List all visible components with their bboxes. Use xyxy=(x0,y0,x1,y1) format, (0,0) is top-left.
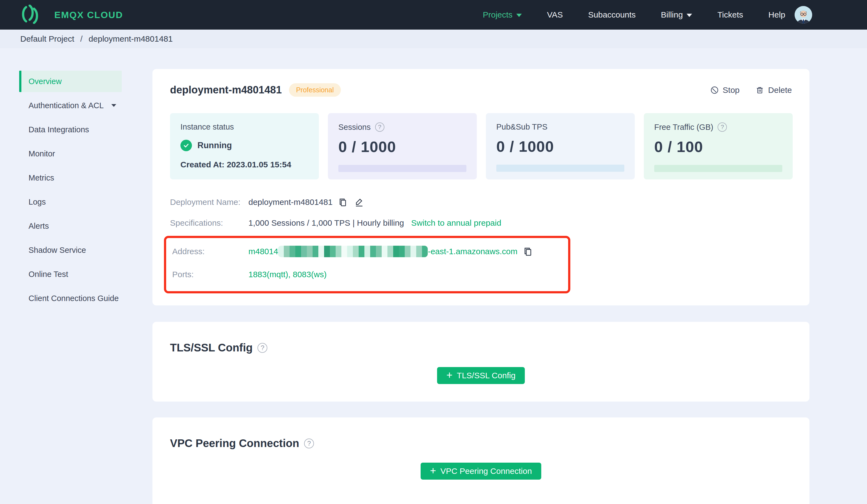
specifications-value: 1,000 Sessions / 1,000 TPS | Hourly bill… xyxy=(248,218,404,228)
nav-item-subaccounts[interactable]: Subaccounts xyxy=(588,10,635,20)
copy-icon[interactable] xyxy=(338,197,348,207)
breadcrumb-deployment: deployment-m4801481 xyxy=(88,34,173,44)
sidebar-item-overview[interactable]: Overview xyxy=(19,71,122,92)
sessions-card: Sessions ? 0 / 1000 xyxy=(328,113,477,179)
copy-icon[interactable] xyxy=(522,246,533,257)
address-prefix: m48014 xyxy=(248,247,278,256)
ports-label: Ports: xyxy=(172,270,248,279)
chevron-down-icon xyxy=(111,104,116,107)
plus-icon: + xyxy=(446,370,452,380)
pubsub-tps-label: Pub&Sub TPS xyxy=(496,122,547,131)
pubsub-tps-value: 0 / 1000 xyxy=(496,138,624,155)
chevron-down-icon xyxy=(516,14,522,17)
address-suffix: -east-1.amazonaws.com xyxy=(428,247,517,256)
trash-icon xyxy=(756,86,764,95)
sidebar-item-shadow-service[interactable]: Shadow Service xyxy=(19,239,122,261)
help-icon[interactable]: ? xyxy=(718,122,727,132)
nav-item-vas[interactable]: VAS xyxy=(547,10,563,20)
pubsub-tps-card: Pub&Sub TPS 0 / 1000 xyxy=(486,113,635,179)
sidebar-item-online-test[interactable]: Online Test xyxy=(19,263,122,285)
sessions-progress-bar xyxy=(338,165,467,172)
tls-ssl-config-title: TLS/SSL Config xyxy=(170,342,253,354)
nav-item-tickets[interactable]: Tickets xyxy=(717,10,743,20)
specifications-row: Specifications: 1,000 Sessions / 1,000 T… xyxy=(170,218,792,228)
brand[interactable]: EMQX CLOUD xyxy=(20,5,123,25)
vpc-peering-title: VPC Peering Connection xyxy=(170,437,299,449)
top-nav: EMQX CLOUD Projects VAS Subaccounts Bill… xyxy=(0,0,867,30)
status-badge: Running xyxy=(197,141,232,150)
sidebar-item-monitor[interactable]: Monitor xyxy=(19,143,122,164)
sidebar-item-data-integrations[interactable]: Data Integrations xyxy=(19,119,122,140)
sessions-value: 0 / 1000 xyxy=(338,138,467,156)
ports-value: 1883(mqtt), 8083(ws) xyxy=(248,270,327,279)
user-avatar[interactable] xyxy=(795,6,812,24)
free-traffic-card: Free Traffic (GB) ? 0 / 100 xyxy=(644,113,793,179)
ports-row: Ports: 1883(mqtt), 8083(ws) xyxy=(172,270,561,279)
nav-item-billing[interactable]: Billing xyxy=(661,10,692,20)
address-annotation-box: Address: m48014 -east-1.amazonaws.com xyxy=(164,236,570,293)
add-vpc-peering-button[interactable]: + VPC Peering Connection xyxy=(421,463,541,480)
deployment-title: deployment-m4801481 xyxy=(170,84,282,96)
stop-button[interactable]: Stop xyxy=(710,86,740,95)
main-content: deployment-m4801481 Professional Stop xyxy=(152,48,810,504)
brand-name: EMQX CLOUD xyxy=(54,10,123,20)
help-icon[interactable]: ? xyxy=(304,439,314,448)
plan-badge: Professional xyxy=(289,83,341,97)
address-row: Address: m48014 -east-1.amazonaws.com xyxy=(172,246,561,257)
deployment-name-value: deployment-m4801481 xyxy=(248,197,333,207)
sidebar: Overview Authentication & ACL Data Integ… xyxy=(0,48,152,504)
sidebar-item-client-connections-guide[interactable]: Client Connections Guide xyxy=(19,288,122,309)
breadcrumb-project[interactable]: Default Project xyxy=(20,34,74,44)
sidebar-item-logs[interactable]: Logs xyxy=(19,191,122,212)
nav-item-help[interactable]: Help xyxy=(768,10,785,20)
chevron-down-icon xyxy=(687,14,692,17)
delete-button[interactable]: Delete xyxy=(756,86,792,95)
plus-icon: + xyxy=(430,465,436,476)
check-circle-icon xyxy=(180,140,192,151)
free-traffic-value: 0 / 100 xyxy=(654,138,782,156)
add-tls-ssl-config-button[interactable]: + TLS/SSL Config xyxy=(437,367,525,384)
stop-icon xyxy=(710,86,719,95)
sidebar-item-alerts[interactable]: Alerts xyxy=(19,215,122,237)
address-label: Address: xyxy=(172,247,248,256)
switch-annual-prepaid-link[interactable]: Switch to annual prepaid xyxy=(411,218,502,228)
deployment-overview-card: deployment-m4801481 Professional Stop xyxy=(152,69,810,305)
stats-row: Instance status Running Created At: 2023… xyxy=(170,113,792,179)
nav-menu: Projects VAS Subaccounts Billing Tickets… xyxy=(483,10,785,20)
nav-item-projects[interactable]: Projects xyxy=(483,10,522,20)
address-redacted-blur xyxy=(278,246,428,257)
vpc-peering-card: VPC Peering Connection ? + VPC Peering C… xyxy=(152,417,810,504)
deployment-name-label: Deployment Name: xyxy=(170,197,248,207)
help-icon[interactable]: ? xyxy=(257,343,267,353)
sidebar-item-authentication-acl[interactable]: Authentication & ACL xyxy=(19,95,122,116)
sidebar-item-metrics[interactable]: Metrics xyxy=(19,167,122,188)
deployment-name-row: Deployment Name: deployment-m4801481 xyxy=(170,197,792,207)
breadcrumb-separator: / xyxy=(81,34,83,44)
specifications-label: Specifications: xyxy=(170,218,248,228)
sessions-label: Sessions xyxy=(338,123,371,132)
instance-status-label: Instance status xyxy=(180,122,234,131)
created-at: Created At: 2023.01.05 15:54 xyxy=(180,160,309,169)
pubsub-tps-progress-bar xyxy=(496,165,624,172)
free-traffic-progress-bar xyxy=(654,165,782,172)
tls-ssl-config-card: TLS/SSL Config ? + TLS/SSL Config xyxy=(152,322,810,402)
instance-status-card: Instance status Running Created At: 2023… xyxy=(170,113,319,179)
edit-icon[interactable] xyxy=(354,197,364,207)
help-icon[interactable]: ? xyxy=(375,122,384,132)
free-traffic-label: Free Traffic (GB) xyxy=(654,123,713,132)
breadcrumb: Default Project / deployment-m4801481 xyxy=(0,30,867,48)
emqx-logo-icon xyxy=(20,5,48,25)
